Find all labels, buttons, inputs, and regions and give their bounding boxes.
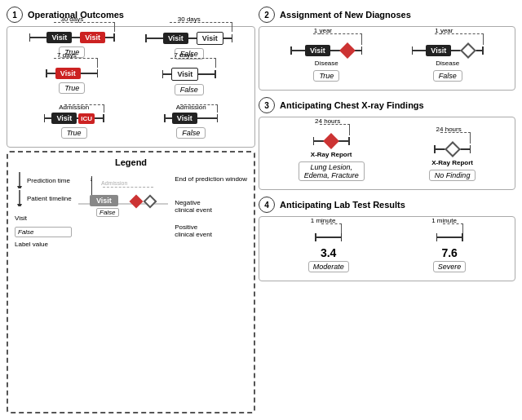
visit-red-2: Visit <box>55 68 81 79</box>
right-panel: 2 Assignment of New Diagnoses 1 year <box>259 7 515 413</box>
s4-value-right: 7.6 <box>441 246 457 259</box>
s3-diamond-filled <box>323 133 339 149</box>
diag-4-right: 1 minute 7.6 Severe <box>433 222 467 272</box>
s4-days-right: 1 minute <box>431 217 457 224</box>
s4-days-left: 1 minute <box>311 217 336 224</box>
days-7-right: 7 days <box>174 51 193 59</box>
s4-label-left: Moderate <box>308 261 349 272</box>
icu-box: ICU <box>78 113 95 124</box>
s4-label-right: Severe <box>433 261 467 272</box>
section-1-content: 30 days Visit Visit True <box>7 26 255 148</box>
legend-box: Legend Prediction time Patient timeline … <box>7 151 255 413</box>
legend-visit: Visit <box>15 214 27 222</box>
s2-diamond-outline <box>460 42 476 59</box>
diagram-3-right: Admission Visit <box>164 104 218 139</box>
s3-days-left: 24 hours <box>315 117 340 125</box>
section-1-num: 1 <box>7 7 23 23</box>
legend-visit-box: Visit <box>90 195 118 206</box>
section-2: 2 Assignment of New Diagnoses 1 year <box>259 7 515 91</box>
section-3: 3 Anticipating Chest X-ray Findings 24 h… <box>259 97 515 190</box>
visit-box-left: Visit <box>46 32 72 43</box>
legend-false-value: False <box>18 228 34 236</box>
legend-neg-diamond <box>130 195 144 209</box>
s2-days-left: 1 year <box>314 27 332 34</box>
legend-patient-timeline: Patient timeline <box>27 195 72 202</box>
s3-xray-label-right: X-Ray Report <box>431 159 473 166</box>
section-3-num: 3 <box>259 97 275 113</box>
days-30-left: 30 days <box>60 15 83 23</box>
section-2-num: 2 <box>259 7 275 23</box>
legend-pos-event: Positiveclinical event <box>175 223 212 238</box>
s2-visit-left: Visit <box>305 45 330 56</box>
legend-pred-label: ↓ <box>90 176 93 182</box>
visit-box-red: Visit <box>80 32 105 43</box>
section-4: 4 Anticipating Lab Test Results 1 minute <box>259 197 515 281</box>
label-true-3: True <box>61 127 87 139</box>
section-4-title: Anticipating Lab Test Results <box>280 200 405 210</box>
s2-days-right: 1 year <box>435 27 453 34</box>
visit-box-3r: Visit <box>172 113 197 124</box>
s3-xray-label-left: X-Ray Report <box>311 151 352 158</box>
s2-label-true: True <box>313 70 339 82</box>
days-30-right: 30 days <box>178 15 201 23</box>
s3-findings-right: No Finding <box>429 170 476 181</box>
s2-label-false: False <box>433 70 462 82</box>
visit-box-outline1: Visit <box>197 32 223 45</box>
legend-prediction-time: Prediction time <box>27 177 70 184</box>
s2-disease-label-left: Disease <box>315 60 338 67</box>
diagram-3-left: Admission Visit ICU <box>44 104 104 139</box>
legend-false-box: False <box>96 208 119 217</box>
left-panel: 1 Operational Outcomes 30 days <box>7 7 255 413</box>
section-3-content: 24 hours X-Ray Report Lung Lesion,Edema,… <box>259 117 515 190</box>
legend-end-pred: End of prediction window <box>175 175 247 183</box>
legend-title: Legend <box>15 157 247 167</box>
section-4-num: 4 <box>259 197 275 213</box>
visit-box-right1: Visit <box>163 33 188 44</box>
section-4-content: 1 minute 3.4 Moderate <box>259 216 515 281</box>
visit-box-3l: Visit <box>51 113 77 124</box>
legend-admission-label: Admission <box>101 180 127 186</box>
section-2-title: Assignment of New Diagnoses <box>280 10 411 20</box>
diagram-2-left: 7 days Visit True <box>46 68 98 95</box>
diag-3-right: 24 hours X-Ray Report No Finding <box>429 130 476 181</box>
diagram-2-right: 7 days Visit False <box>162 68 216 95</box>
s3-diamond-outline <box>445 141 461 157</box>
legend-pos-diamond <box>144 195 157 209</box>
s2-visit-right: Visit <box>426 45 451 56</box>
section-2-content: 1 year Visit Disease <box>259 26 515 91</box>
label-true-2: True <box>59 82 85 94</box>
legend-label-value: Label value <box>15 241 48 248</box>
label-false-3: False <box>176 127 206 139</box>
label-false-2: False <box>175 84 204 95</box>
diag-2-right: 1 year Visit Disease <box>412 32 484 82</box>
s3-days-right: 24 hours <box>436 126 462 133</box>
days-7-left: 7 days <box>57 51 77 59</box>
section-3-title: Anticipating Chest X-ray Findings <box>280 100 424 110</box>
s4-value-left: 3.4 <box>321 246 336 259</box>
legend-neg-event: Negativeclinical event <box>175 199 212 214</box>
s2-disease-label-right: Disease <box>436 60 459 67</box>
s3-findings-left: Lung Lesion,Edema, Fracture <box>299 161 365 181</box>
section-1: 1 Operational Outcomes 30 days <box>7 7 255 148</box>
diag-4-left: 1 minute 3.4 Moderate <box>308 222 349 272</box>
diag-2-left: 1 year Visit Disease <box>290 32 362 82</box>
visit-outline-2: Visit <box>171 68 198 81</box>
diag-3-left: 24 hours X-Ray Report Lung Lesion,Edema,… <box>299 122 365 181</box>
s2-diamond-filled <box>339 42 356 59</box>
